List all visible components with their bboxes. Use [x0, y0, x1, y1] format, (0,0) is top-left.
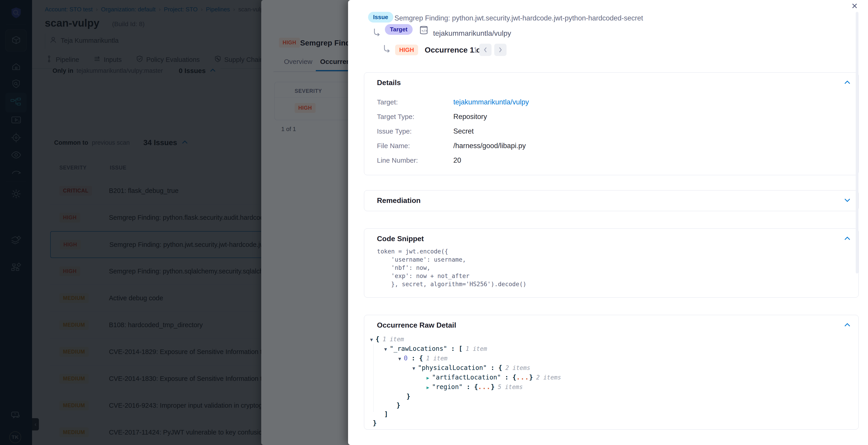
chevron-up-icon[interactable] [843, 322, 851, 329]
json-tree-line[interactable]: } [370, 392, 561, 401]
elbow-arrow-icon [383, 44, 392, 53]
elbow-arrow-icon [373, 28, 382, 37]
json-meta: 5 items [498, 384, 523, 390]
details-section-title: Details [377, 79, 401, 87]
chevron-up-icon[interactable] [843, 80, 851, 86]
detail-value: 20 [453, 156, 461, 164]
json-p: } [491, 383, 495, 391]
detail-row: Line Number:20 [377, 156, 461, 165]
json-idx: 0 [404, 354, 408, 362]
svg-text:</>: </> [422, 29, 427, 33]
code-line: }, secret, algorithm='HS256').decode() [377, 280, 526, 288]
json-meta: 1 item [466, 345, 487, 352]
json-meta: 1 item [383, 336, 404, 343]
code-snippet: token = jwt.encode({ 'username': usernam… [377, 247, 526, 288]
target-badge: Target [385, 24, 413, 35]
modal-issue-title: Semgrep Finding: python.jwt.security.jwt… [395, 14, 643, 22]
json-p: } [397, 402, 400, 409]
json-tree-line[interactable]: ▼"physicalLocation" : {2 items [370, 363, 561, 373]
chevron-up-icon[interactable] [843, 235, 851, 242]
json-tree-line[interactable]: } [370, 419, 561, 427]
json-p: : [ [447, 345, 462, 352]
json-tree-line[interactable]: ▼"_rawLocations" : [1 item [370, 344, 561, 354]
close-icon[interactable] [849, 1, 860, 11]
remediation-section: Remediation [364, 190, 859, 211]
collapsed-arrow-icon: ▶ [427, 375, 429, 381]
json-key: "physicalLocation" [418, 364, 487, 372]
expanded-arrow-icon: ▼ [398, 356, 401, 361]
collapsed-arrow-icon: ▶ [427, 385, 429, 390]
json-p: } [373, 419, 377, 427]
app-viewport: ? TK Account: STO test›Organization: def… [0, 0, 868, 445]
chevron-down-icon[interactable] [843, 197, 851, 204]
detail-row: Target:tejakummarikuntla/vulpy [377, 98, 529, 106]
raw-detail-section-title: Occurrence Raw Detail [377, 321, 456, 329]
code-line: token = jwt.encode({ [377, 247, 526, 256]
json-tree-line[interactable]: ▼0 : {1 item [370, 354, 561, 363]
json-p: : { [501, 374, 516, 381]
detail-label: Target: [377, 98, 453, 106]
json-p: ] [384, 410, 388, 418]
detail-row: Target Type:Repository [377, 113, 487, 121]
json-tree-line[interactable]: } [370, 401, 561, 410]
json-p: } [406, 393, 410, 400]
json-indent-guide [373, 344, 374, 412]
detail-row: Issue Type:Secret [377, 127, 474, 136]
detail-row: File Name:/harness/good/libapi.py [377, 142, 526, 150]
code-line: 'username': username, [377, 256, 526, 264]
json-p: } [529, 374, 533, 381]
next-occurrence-button[interactable] [494, 44, 506, 56]
remediation-section-title: Remediation [377, 196, 421, 205]
occurrence-detail-modal: Issue Semgrep Finding: python.jwt.securi… [348, 0, 868, 445]
detail-label: File Name: [377, 142, 453, 150]
detail-label: Line Number: [377, 156, 453, 164]
expanded-arrow-icon: ▼ [370, 337, 373, 343]
detail-label: Target Type: [377, 113, 453, 121]
json-meta: 2 items [505, 364, 530, 371]
detail-value: Secret [453, 127, 474, 135]
json-meta: 2 items [536, 374, 561, 381]
code-line: 'exp': now + not_after [377, 272, 526, 280]
code-line: 'nbf': now, [377, 264, 526, 272]
expanded-arrow-icon: ▼ [384, 347, 387, 352]
json-p: : { [487, 364, 502, 372]
raw-detail-section: Occurrence Raw Detail ▼{1 item▼"_rawLoca… [364, 315, 859, 429]
expanded-arrow-icon: ▼ [412, 365, 415, 371]
issue-badge: Issue [368, 12, 393, 23]
json-p: { [376, 335, 379, 343]
code-snippet-section-title: Code Snippet [377, 235, 424, 243]
detail-label: Issue Type: [377, 127, 453, 135]
code-snippet-section: Code Snippet token = jwt.encode({ 'usern… [364, 229, 859, 298]
json-tree-line[interactable]: ▶"region" : {...}5 items [370, 382, 561, 392]
details-section: Details Target:tejakummarikuntla/vulpyTa… [364, 72, 859, 175]
json-dots: ... [478, 383, 491, 391]
json-key: "artifactLocation" [432, 374, 501, 381]
previous-occurrence-button[interactable] [479, 44, 492, 56]
json-p: : { [463, 383, 478, 391]
json-meta: 1 item [426, 355, 447, 362]
json-key: "region" [432, 383, 463, 391]
json-tree-line[interactable]: ▶"artifactLocation" : {...}2 items [370, 373, 561, 382]
json-dots: ... [516, 374, 529, 381]
occurrence-total: 1 [473, 46, 478, 54]
detail-value: Repository [453, 113, 487, 121]
json-key: "_rawLocations" [390, 345, 447, 352]
repository-icon: </> [418, 25, 429, 35]
json-p: : { [408, 354, 423, 362]
occurrence-severity-badge: HIGH [395, 44, 418, 55]
detail-value: /harness/good/libapi.py [453, 142, 526, 150]
modal-scrollbar[interactable] [856, 12, 859, 273]
target-repo-name[interactable]: tejakummarikuntla/vulpy [433, 29, 511, 37]
json-tree-line[interactable]: ▼{1 item [370, 335, 561, 344]
detail-value[interactable]: tejakummarikuntla/vulpy [453, 98, 529, 106]
json-tree-line[interactable]: ] [370, 410, 561, 419]
raw-detail-json-tree: ▼{1 item▼"_rawLocations" : [1 item▼0 : {… [370, 335, 561, 427]
